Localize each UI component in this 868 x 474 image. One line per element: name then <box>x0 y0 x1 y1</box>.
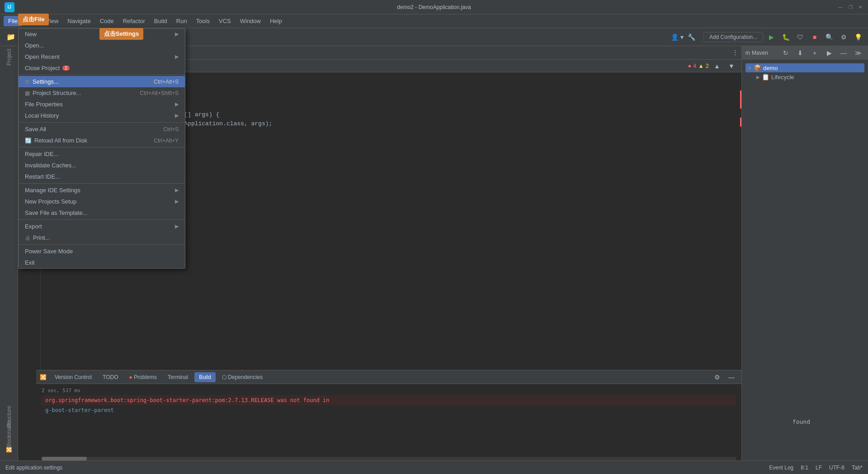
maximize-button[interactable]: ❐ <box>847 4 854 10</box>
menu-print[interactable]: 🖨 Print... <box>19 232 185 243</box>
encoding: UTF-8 <box>829 465 844 471</box>
menu-restart-ide[interactable]: Restart IDE... <box>19 171 185 182</box>
menu-divider-4 <box>19 183 185 184</box>
sidebar-icons: Project Structure Bookmarks 🔀 <box>0 46 18 460</box>
maven-title: Maven <box>752 50 768 56</box>
edit-settings-link[interactable]: Edit application settings <box>5 465 62 471</box>
menu-local-history[interactable]: Local History ▶ <box>19 110 185 121</box>
build-scrollbar-thumb[interactable] <box>42 457 87 460</box>
menu-divider-1 <box>19 75 185 75</box>
add-configuration-button[interactable]: Add Configuration... <box>703 32 763 42</box>
project-panel-toggle[interactable]: 📁 <box>4 30 18 44</box>
status-bar: Edit application settings Event Log 8:1 … <box>0 460 868 474</box>
menu-power-save[interactable]: Power Save Mode <box>19 246 185 257</box>
sidebar-icon-project[interactable]: Project <box>4 50 14 64</box>
menu-save-as-template[interactable]: Save File as Template... <box>19 207 185 218</box>
tab-build[interactable]: Build <box>194 372 216 382</box>
maven-item-demo[interactable]: ▼ 📦 demo <box>745 63 864 72</box>
menu-exit[interactable]: Exit <box>19 257 185 268</box>
menu-item-tools[interactable]: Tools <box>192 16 214 26</box>
maven-run-button[interactable]: ▶ <box>823 47 835 59</box>
menu-open-recent-label: Open Recent <box>25 53 60 60</box>
sidebar-icon-git[interactable]: 🔀 <box>2 442 16 457</box>
bottom-minimize-button[interactable]: — <box>725 371 738 384</box>
maven-panel-header: m Maven ↻ ⬇ + ▶ — ≫ <box>742 46 868 60</box>
tab-todo[interactable]: TODO <box>98 372 123 382</box>
tab-terminal[interactable]: Terminal <box>163 372 193 382</box>
menu-print-label: Print... <box>33 234 50 241</box>
bottom-panel: 🔀 Version Control TODO ● Problems Termin… <box>36 370 741 460</box>
settings-button[interactable]: ⚙ <box>837 31 850 43</box>
stop-button[interactable]: ■ <box>808 31 821 43</box>
next-error-button[interactable]: ▼ <box>725 60 738 72</box>
menu-invalidate-caches[interactable]: Invalidate Caches... <box>19 160 185 171</box>
maven-minimize-button[interactable]: — <box>837 47 850 59</box>
prev-error-button[interactable]: ▲ <box>711 60 723 72</box>
search-button[interactable]: 🔍 <box>823 31 835 43</box>
menu-reload-shortcut: Ctrl+Alt+Y <box>154 137 179 144</box>
menu-project-structure[interactable]: ▦ Project Structure... Ctrl+Alt+Shift+S <box>19 87 185 99</box>
maven-download-button[interactable]: ⬇ <box>794 47 807 59</box>
menu-settings-shortcut: Ctrl+Alt+S <box>154 79 179 85</box>
close-button[interactable]: ✕ <box>857 4 863 10</box>
menu-open-recent[interactable]: Open Recent ▶ <box>19 51 185 62</box>
close-project-badge: 2 <box>62 66 70 71</box>
idea-button[interactable]: 💡 <box>852 31 864 43</box>
menu-item-vcs[interactable]: VCS <box>214 16 236 26</box>
run-button[interactable]: ▶ <box>765 31 778 43</box>
minimize-button[interactable]: — <box>837 4 844 10</box>
menu-open[interactable]: Open... <box>19 40 185 51</box>
menu-bar: File Edit View Navigate Code Refactor Bu… <box>0 14 868 28</box>
menu-file-properties[interactable]: File Properties ▶ <box>19 99 185 110</box>
menu-manage-ide[interactable]: Manage IDE Settings ▶ <box>19 185 185 196</box>
menu-file-properties-arrow: ▶ <box>175 101 179 107</box>
menu-repair-ide[interactable]: Repair IDE... <box>19 148 185 160</box>
menu-invalidate-caches-label: Invalidate Caches... <box>25 162 76 169</box>
menu-file-properties-label: File Properties <box>25 101 63 108</box>
menu-item-run[interactable]: Run <box>172 16 192 26</box>
coverage-button[interactable]: 🛡 <box>794 31 807 43</box>
tab-dependencies[interactable]: ⬡ Dependencies <box>217 372 267 382</box>
menu-save-all[interactable]: Save All Ctrl+S <box>19 123 185 135</box>
menu-project-structure-label: Project Structure... <box>33 90 81 96</box>
menu-settings[interactable]: ⚙ Settings... Ctrl+Alt+S <box>19 76 185 87</box>
menu-item-code[interactable]: Code <box>95 16 118 26</box>
tab-problems[interactable]: ● Problems <box>125 372 161 382</box>
menu-item-build[interactable]: Build <box>150 16 172 26</box>
menu-exit-label: Exit <box>25 259 35 266</box>
sidebar-icon-bookmarks[interactable]: Bookmarks <box>4 426 14 441</box>
profile-button[interactable]: 👤 ▾ <box>671 31 684 43</box>
menu-item-navigate[interactable]: Navigate <box>63 16 95 26</box>
build-scrollbar[interactable] <box>42 457 736 460</box>
file-tooltip: 点击File <box>18 14 49 25</box>
maven-add-button[interactable]: + <box>808 47 821 59</box>
maven-tree: ▼ 📦 demo ▶ 📋 Lifecycle <box>742 60 868 85</box>
menu-manage-ide-label: Manage IDE Settings <box>25 187 80 194</box>
menu-export[interactable]: Export ▶ <box>19 221 185 232</box>
tab-version-control[interactable]: Version Control <box>50 372 96 382</box>
cursor-position: 8:1 <box>801 465 808 471</box>
maven-item-lifecycle[interactable]: ▶ 📋 Lifecycle <box>745 72 864 81</box>
menu-open-label: Open... <box>25 42 44 49</box>
bottom-settings-button[interactable]: ⚙ <box>711 371 723 384</box>
event-log-link[interactable]: Event Log <box>769 465 793 471</box>
debug-button[interactable]: 🐛 <box>779 31 792 43</box>
project-structure-icon: ▦ <box>25 90 30 96</box>
window-title: demo2 - DemoApplication.java <box>397 4 471 10</box>
menu-repair-ide-label: Repair IDE... <box>25 151 58 157</box>
maven-expand-icon-lifecycle: ▶ <box>756 75 760 80</box>
menu-close-project[interactable]: Close Project 2 <box>19 62 185 74</box>
menu-item-refactor[interactable]: Refactor <box>118 16 150 26</box>
menu-reload-all[interactable]: 🔄 Reload All from Disk Ctrl+Alt+Y <box>19 135 185 146</box>
maven-expand-button[interactable]: ≫ <box>852 47 864 59</box>
menu-new-projects-setup[interactable]: New Projects Setup ▶ <box>19 196 185 207</box>
menu-local-history-arrow: ▶ <box>175 113 179 118</box>
build-time-row: 2 sec, 517 ms <box>42 388 736 393</box>
hammer-button[interactable]: 🔧 <box>685 31 698 43</box>
editor-menu-button[interactable]: ⋮ <box>729 46 741 59</box>
maven-refresh-button[interactable]: ↻ <box>779 47 792 59</box>
menu-restart-ide-label: Restart IDE... <box>25 173 60 180</box>
menu-item-window[interactable]: Window <box>236 16 265 26</box>
menu-item-help[interactable]: Help <box>265 16 287 26</box>
dependencies-icon: ⬡ <box>222 374 226 380</box>
